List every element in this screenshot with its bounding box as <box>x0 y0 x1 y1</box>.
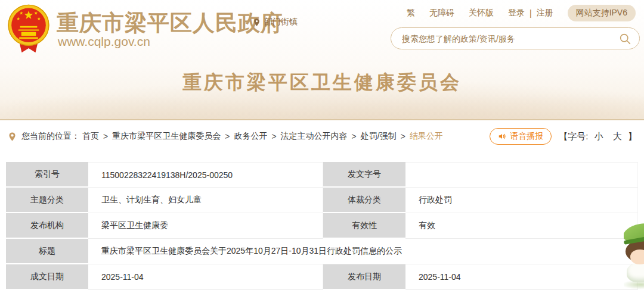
breadcrumb-separator: > <box>352 132 357 141</box>
font-size-small-button[interactable]: 小 <box>595 131 603 141</box>
breadcrumb-item-punishment[interactable]: 处罚/强制 <box>361 131 397 142</box>
search-input[interactable] <box>391 28 606 49</box>
publish-date-value: 2025-11-04 <box>405 264 638 290</box>
topic-category-value: 卫生、计划生育、妇女儿童 <box>88 188 323 213</box>
breadcrumb-bar: 您当前的位置： 首页 > 重庆市梁平区卫生健康委员会 > 政务公开 > 法定主动… <box>7 126 637 146</box>
mascot-face <box>630 250 644 264</box>
index-number-label: 索引号 <box>6 162 88 188</box>
breadcrumb-separator: > <box>103 132 108 141</box>
doc-number-label: 发文字号 <box>323 162 405 188</box>
publish-date-label: 发布日期 <box>323 264 405 290</box>
font-size-suffix: 】 <box>628 131 637 141</box>
dept-street-link[interactable]: 部门街镇 <box>252 17 298 27</box>
index-number-value: 11500228322419138H/2025-00250 <box>88 162 323 188</box>
assistant-mascot[interactable] <box>624 223 644 290</box>
site-name: 重庆市梁平区人民政府 <box>57 8 283 38</box>
font-size-large-button[interactable]: 大 <box>613 131 622 141</box>
login-link[interactable]: 登录 <box>508 8 525 18</box>
title-value: 重庆市梁平区卫生健康委员会关于2025年10月27日-10月31日行政处罚信息的… <box>88 239 638 264</box>
breadcrumb-separator: > <box>225 132 230 141</box>
table-row: 成文日期 2025-11-04 发布日期 2025-11-04 <box>6 264 638 290</box>
breadcrumb-item-gov-affairs[interactable]: 政务公开 <box>234 131 267 142</box>
breadcrumb-separator: > <box>271 132 276 141</box>
breadcrumb-current-results: 结果公开 <box>410 131 443 142</box>
voice-broadcast-button[interactable]: 语音播报 <box>490 128 552 145</box>
table-row: 标题 重庆市梁平区卫生健康委员会关于2025年10月27日-10月31日行政处罚… <box>6 239 638 264</box>
breadcrumb-item-statutory-disclosure[interactable]: 法定主动公开内容 <box>281 131 348 142</box>
font-size-prefix: 【字号: <box>559 131 588 141</box>
font-size-control: 【字号: 小 大 】 <box>559 131 637 142</box>
speaker-icon <box>498 132 506 141</box>
genre-category-label: 体裁分类 <box>323 188 405 213</box>
ipv6-support-badge[interactable]: 网站支持IPV6 <box>568 5 636 21</box>
voice-broadcast-label: 语音播报 <box>510 131 543 142</box>
genre-category-value: 行政处罚 <box>405 188 638 213</box>
site-search <box>391 27 640 49</box>
traditional-chinese-link[interactable]: 繁 <box>407 8 415 18</box>
document-metadata-table: 索引号 11500228322419138H/2025-00250 发文字号 主… <box>6 162 638 290</box>
validity-label: 有效性 <box>323 213 405 239</box>
written-date-label: 成文日期 <box>6 264 88 290</box>
site-url: www.cqlp.gov.cn <box>58 35 150 49</box>
senior-mode-link[interactable]: 关怀版 <box>469 8 494 18</box>
breadcrumb-item-agency[interactable]: 重庆市梁平区卫生健康委员会 <box>112 131 221 142</box>
breadcrumb-item-home[interactable]: 首页 <box>82 131 99 142</box>
validity-value: 有效 <box>405 213 638 239</box>
accessibility-link[interactable]: 无障碍 <box>429 8 454 18</box>
agency-page-title: 重庆市梁平区卫生健康委员会 <box>0 70 644 96</box>
location-pin-icon <box>252 18 261 27</box>
table-row: 主题分类 卫生、计划生育、妇女儿童 体裁分类 行政处罚 <box>6 188 638 213</box>
mascot-body <box>627 263 644 282</box>
search-icon[interactable] <box>619 33 631 45</box>
mascot-art <box>624 223 644 290</box>
register-link[interactable]: 注册 <box>537 8 553 18</box>
breadcrumb-pin-icon <box>7 132 17 142</box>
top-utility-links: 繁 无障碍 关怀版 登录 | 注册 网站支持IPV6 <box>407 5 636 21</box>
page-tools: 语音播报 【字号: 小 大 】 <box>490 128 637 145</box>
breadcrumb: 您当前的位置： 首页 > 重庆市梁平区卫生健康委员会 > 政务公开 > 法定主动… <box>7 131 443 142</box>
breadcrumb-prefix: 您当前的位置： <box>21 131 80 142</box>
issuing-agency-label: 发布机构 <box>6 213 88 239</box>
topic-category-label: 主题分类 <box>6 188 88 213</box>
breadcrumb-separator: > <box>401 132 405 141</box>
login-register-divider: | <box>530 8 532 18</box>
issuing-agency-value: 梁平区卫生健康委 <box>88 213 323 239</box>
written-date-value: 2025-11-04 <box>88 264 323 290</box>
table-row: 发布机构 梁平区卫生健康委 有效性 有效 <box>6 213 638 239</box>
dept-street-label: 部门街镇 <box>264 17 298 27</box>
national-emblem-logo <box>7 4 50 54</box>
doc-number-value <box>405 162 638 188</box>
title-label: 标题 <box>6 239 88 264</box>
table-row: 索引号 11500228322419138H/2025-00250 发文字号 <box>6 162 638 188</box>
login-register-group: 登录 | 注册 <box>508 8 553 18</box>
site-header-banner: 重庆市梁平区人民政府 www.cqlp.gov.cn 部门街镇 繁 无障碍 关怀… <box>0 0 644 120</box>
